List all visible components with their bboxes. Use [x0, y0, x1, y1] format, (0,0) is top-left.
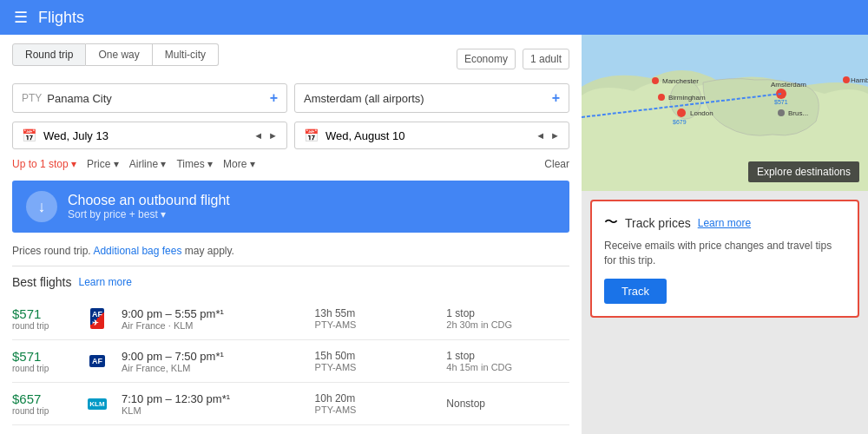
prices-note: Prices round trip. Additional bag fees m… [12, 240, 569, 266]
flights-list: $571 round trip AF✈ 9:00 pm – 5:55 pm*¹ … [12, 298, 569, 434]
map-area: London $679 Birmingham Manchester Amster… [582, 35, 868, 191]
klm-logo: KLM [88, 398, 106, 410]
hamburger-icon[interactable]: ☰ [14, 8, 28, 27]
flight-time-range: 7:10 pm – 12:30 pm*¹ [122, 392, 306, 405]
airline-logo: AF✈ [82, 308, 113, 329]
filter-more[interactable]: More ▾ [223, 158, 255, 170]
stop-detail: 4h 15m in CDG [446, 362, 569, 372]
trip-tabs: Round trip One way Multi-city [12, 43, 219, 66]
return-calendar-icon: 📅 [304, 128, 319, 142]
flight-route: PTY-AMS [315, 404, 438, 415]
return-date-label: Wed, August 10 [326, 129, 529, 142]
svg-text:$571: $571 [774, 99, 788, 105]
destination-plus[interactable]: + [552, 90, 560, 106]
destination-input[interactable]: Amsterdam (all airports) + [294, 83, 569, 113]
svg-point-5 [658, 94, 665, 101]
table-row[interactable]: $657 round trip KLM 7:10 pm – 12:30 pm*¹… [12, 383, 569, 425]
depart-date-label: Wed, July 13 [43, 129, 247, 142]
choose-subtitle[interactable]: Sort by price + best ▾ [68, 208, 230, 220]
app-header: ☰ Flights [0, 0, 868, 35]
stop-detail: 2h 30m in CDG [446, 319, 569, 330]
flight-stops: 1 stop 2h 30m in CDG [446, 307, 569, 330]
best-flights-learn-more[interactable]: Learn more [78, 276, 131, 288]
svg-text:$679: $679 [673, 119, 687, 125]
passengers-select[interactable]: 1 adult [523, 49, 569, 69]
choose-text: Choose an outbound flight Sort by price … [68, 193, 230, 220]
svg-text:Birmingham: Birmingham [668, 94, 706, 102]
airline-name: KLM [122, 405, 306, 416]
bag-fees-link[interactable]: Additional bag fees [93, 245, 181, 257]
flight-route: PTY-AMS [315, 362, 438, 372]
svg-text:Hambu: Hambu [851, 76, 868, 84]
flight-duration: 10h 20m PTY-AMS [315, 392, 438, 415]
svg-point-12 [778, 109, 785, 116]
trend-icon: 〜 [604, 214, 618, 232]
tab-one-way[interactable]: One way [86, 43, 152, 66]
airline-name: Air France · KLM [122, 320, 306, 331]
tab-multi-city[interactable]: Multi-city [153, 43, 219, 66]
track-header: 〜 Track prices Learn more [604, 214, 845, 232]
track-learn-more-link[interactable]: Learn more [698, 217, 751, 229]
depart-next-arrow[interactable]: ► [268, 130, 278, 141]
flight-time-range: 9:00 pm – 5:55 pm*¹ [122, 307, 306, 320]
filter-airline[interactable]: Airline ▾ [129, 158, 167, 170]
flight-times: 7:10 pm – 12:30 pm*¹ KLM [122, 392, 306, 416]
flight-times: 9:00 pm – 5:55 pm*¹ Air France · KLM [122, 307, 306, 331]
explore-destinations-button[interactable]: Explore destinations [748, 161, 859, 182]
app-title: Flights [38, 9, 84, 27]
origin-code: PTY [22, 92, 42, 104]
tab-round-trip[interactable]: Round trip [12, 43, 86, 66]
svg-point-14 [843, 76, 850, 83]
price-type: round trip [12, 321, 73, 331]
airline-logo: AF [82, 351, 113, 372]
date-row: 📅 Wed, July 13 ◄ ► 📅 Wed, August 10 ◄ ► [12, 122, 569, 149]
filter-row: Up to 1 stop ▾ Price ▾ Airline ▾ Times ▾… [12, 158, 569, 170]
filter-price[interactable]: Price ▾ [87, 158, 119, 170]
flight-times: 9:00 pm – 7:50 pm*¹ Air France, KLM [122, 350, 306, 373]
depart-calendar-icon: 📅 [22, 128, 36, 142]
cabin-select[interactable]: Economy [457, 49, 516, 69]
return-next-arrow[interactable]: ► [550, 130, 560, 141]
track-description: Receive emails with price changes and tr… [604, 239, 845, 268]
choose-banner: ↓ Choose an outbound flight Sort by pric… [12, 181, 569, 233]
flight-route: PTY-AMS [315, 319, 438, 330]
track-button[interactable]: Track [604, 279, 667, 304]
right-panel: London $679 Birmingham Manchester Amster… [582, 35, 868, 434]
flight-price: $571 round trip [12, 349, 73, 373]
origin-name: Panama City [47, 92, 269, 105]
depart-date-input[interactable]: 📅 Wed, July 13 ◄ ► [12, 122, 287, 149]
choose-title: Choose an outbound flight [68, 193, 230, 208]
location-row: PTY Panama City + Amsterdam (all airport… [12, 83, 569, 113]
top-controls: Round trip One way Multi-city Economy 1 … [12, 43, 569, 75]
table-row[interactable]: $571 round trip AF 9:00 pm – 7:50 pm*¹ A… [12, 340, 569, 383]
origin-input[interactable]: PTY Panama City + [12, 83, 287, 113]
main-layout: Round trip One way Multi-city Economy 1 … [0, 35, 868, 434]
flight-time-range: 9:00 pm – 7:50 pm*¹ [122, 350, 306, 363]
track-prices-card: 〜 Track prices Learn more Receive emails… [590, 200, 859, 318]
svg-point-7 [652, 77, 659, 84]
return-date-input[interactable]: 📅 Wed, August 10 ◄ ► [294, 122, 569, 149]
origin-plus[interactable]: + [270, 90, 278, 106]
svg-text:Brus...: Brus... [788, 109, 808, 117]
return-prev-arrow[interactable]: ◄ [536, 130, 545, 141]
prices-note-text2: may apply. [185, 245, 234, 257]
filter-clear[interactable]: Clear [544, 158, 569, 170]
return-arrows: ◄ ► [536, 130, 560, 141]
filter-times[interactable]: Times ▾ [176, 158, 213, 170]
air-france-klm-logo: AF✈ [90, 308, 104, 329]
table-row[interactable]: $571 round trip AF✈ 9:00 pm – 5:55 pm*¹ … [12, 298, 569, 340]
prices-note-text: Prices round trip. [12, 245, 91, 257]
flight-price: $571 round trip [12, 306, 73, 331]
flight-stops: 1 stop 4h 15m in CDG [446, 350, 569, 372]
svg-text:London: London [690, 109, 713, 117]
price-type: round trip [12, 406, 73, 416]
depart-prev-arrow[interactable]: ◄ [253, 130, 263, 141]
flight-duration: 15h 50m PTY-AMS [315, 350, 438, 372]
filter-stops[interactable]: Up to 1 stop ▾ [12, 158, 76, 170]
table-row[interactable]: $728 round trip SN 9:30 am – 7:45 am*¹ 📶… [12, 425, 569, 434]
flight-stops: Nonstop [446, 398, 569, 410]
destination-name: Amsterdam (all airports) [304, 92, 552, 105]
flight-duration: 13h 55m PTY-AMS [315, 307, 438, 330]
air-france-logo: AF [89, 355, 105, 367]
airline-logo: KLM [82, 393, 113, 414]
